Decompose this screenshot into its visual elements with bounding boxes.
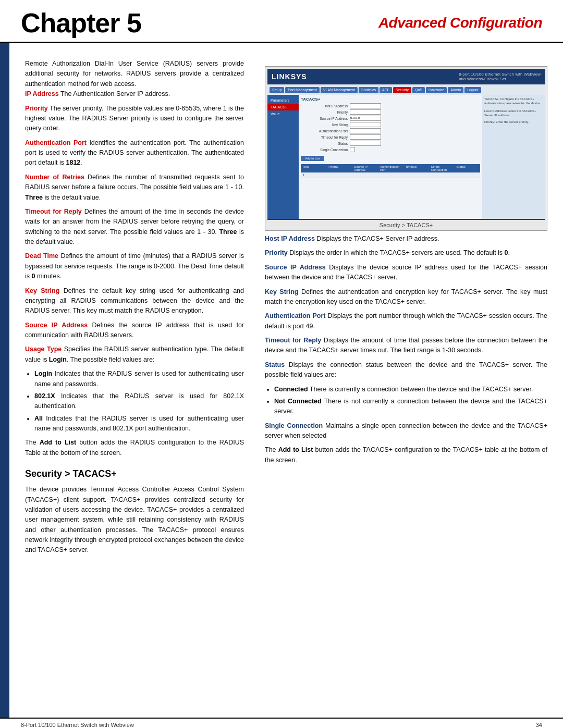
timeout-reply-term: Timeout for Reply bbox=[25, 208, 82, 215]
sim-row-authport: Authentication Port bbox=[301, 128, 480, 133]
num-retries-default: Three bbox=[25, 194, 43, 201]
sim-col-priority: Priority bbox=[328, 165, 350, 171]
sim-tab-logout[interactable]: Logout bbox=[464, 87, 481, 93]
usage-type-para: Usage Type Specifies the RADIUS server a… bbox=[25, 344, 244, 365]
num-retries-term: Number of Retries bbox=[25, 174, 84, 181]
footer-left: 8-Port 10/100 Ethernet Switch with Webvi… bbox=[21, 722, 134, 728]
usage-type-term: Usage Type bbox=[25, 346, 62, 353]
page-body: Remote Authorization Dial-In User Servic… bbox=[0, 43, 563, 728]
host-ip-term: Host IP Address bbox=[265, 235, 315, 242]
priority-para: Priority The server priority. The possib… bbox=[25, 104, 244, 134]
sim-input-status[interactable] bbox=[350, 141, 381, 146]
sim-menu-value[interactable]: Value bbox=[267, 110, 299, 117]
sim-tab-admin[interactable]: Admin bbox=[448, 87, 463, 93]
sim-main-content: TACACS+ Host IP Address Priority Source … bbox=[299, 95, 482, 219]
security-tacacs-heading: Security > TACACS+ bbox=[25, 468, 244, 479]
r-source-ip-para: Source IP Address Displays the device so… bbox=[265, 263, 547, 283]
r-add-to-list-text: The Add to List button adds the TACACS+ … bbox=[265, 445, 547, 465]
sim-nav: Setup Port Management VLAN Management St… bbox=[267, 84, 545, 95]
r-timeout-para: Timeout for Reply Displays the amount of… bbox=[265, 336, 547, 356]
sim-input-sourceip[interactable]: 0.0.0.0 bbox=[350, 116, 381, 121]
sim-menu-parameters[interactable]: Parameters bbox=[267, 97, 299, 104]
sim-input-timeout[interactable] bbox=[350, 134, 381, 140]
sim-col-single: Single Connection bbox=[431, 165, 452, 171]
auth-port-term: Authentication Port bbox=[25, 139, 87, 146]
sim-tab-stats[interactable]: Statistics bbox=[359, 87, 378, 93]
r-priority-term: Priority bbox=[265, 249, 288, 256]
sim-tab-security[interactable]: Security bbox=[393, 87, 411, 93]
sim-label-priority: Priority bbox=[301, 110, 348, 114]
sim-label-timeout: Timeout for Reply bbox=[301, 135, 348, 139]
r-status-para: Status Displays the connection status be… bbox=[265, 360, 547, 380]
sim-menu-tacacs[interactable]: TACACS+ bbox=[267, 104, 299, 110]
sim-input-single[interactable] bbox=[350, 147, 355, 152]
dead-time-term: Dead Time bbox=[25, 252, 58, 260]
page-footer: 8-Port 10/100 Ethernet Switch with Webvi… bbox=[0, 718, 563, 728]
r-single-term: Single Connection bbox=[265, 422, 323, 429]
screenshot-caption: Security > TACACS+ bbox=[267, 222, 545, 228]
bullet-not-connected: Not Connected There is not currently a c… bbox=[274, 397, 547, 417]
sim-tab-port[interactable]: Port Management bbox=[285, 87, 320, 93]
sim-content: Parameters TACACS+ Value TACACS+ Host IP… bbox=[267, 95, 545, 219]
key-string-term: Key String bbox=[25, 287, 59, 294]
screenshot-container: LINKSYS 8-port 10/100 Ethernet Switch wi… bbox=[265, 66, 547, 231]
r-single-para: Single Connection Maintains a single ope… bbox=[265, 421, 547, 441]
sim-tab-hardware[interactable]: Hardware bbox=[426, 87, 447, 93]
add-to-list-text: The Add to List button adds the RADIUS c… bbox=[25, 438, 244, 458]
r-priority-def: Displays the order in which the TACACS+ … bbox=[289, 249, 504, 256]
r-key-string-para: Key String Defines the authentication an… bbox=[265, 287, 547, 307]
sim-input-authport[interactable] bbox=[350, 128, 381, 133]
tacacs-intro: The device provides Terminal Access Cont… bbox=[25, 485, 244, 556]
ip-address-def: The Authentication Server IP address. bbox=[60, 90, 170, 97]
sim-col-auth: Authentication Port bbox=[380, 165, 401, 171]
dead-time-para: Dead Time Defines the amount of time (mi… bbox=[25, 251, 244, 281]
priority-term: Priority bbox=[25, 105, 48, 112]
host-ip-para: Host IP Address Displays the TACACS+ Ser… bbox=[265, 234, 547, 244]
sim-label-keystring: Key String bbox=[301, 123, 348, 127]
sim-row-timeout: Timeout for Reply bbox=[301, 134, 480, 140]
sim-add-to-list-button[interactable]: Add to List bbox=[301, 156, 324, 161]
sim-col-source: Source IP Address bbox=[354, 165, 375, 171]
sim-input-priority[interactable] bbox=[350, 109, 381, 115]
timeout-reply-default: Three bbox=[219, 228, 237, 236]
sim-row-single: Single Connection bbox=[301, 147, 480, 152]
sim-tab-qos[interactable]: QoS bbox=[412, 87, 425, 93]
bullet-all: All Indicates that the RADIUS server is … bbox=[34, 414, 244, 434]
source-ip-para: Source IP Address Defines the source IP … bbox=[25, 320, 244, 341]
sim-row-status: Status bbox=[301, 141, 480, 146]
sim-row-priority: Priority bbox=[301, 109, 480, 115]
r-priority-para: Priority Displays the order in which the… bbox=[265, 248, 547, 258]
right-column: LINKSYS 8-port 10/100 Ethernet Switch wi… bbox=[260, 59, 563, 715]
r-timeout-term: Timeout for Reply bbox=[265, 337, 321, 344]
content-area: Remote Authorization Dial-In User Servic… bbox=[9, 43, 563, 728]
ip-address-term: IP Address bbox=[25, 90, 59, 97]
sim-tab-setup[interactable]: Setup bbox=[270, 87, 284, 93]
sim-row-sourceip: Source IP Address 0.0.0.0 bbox=[301, 116, 480, 121]
sim-tab-acl[interactable]: ACL bbox=[380, 87, 392, 93]
key-string-para: Key String Defines the default key strin… bbox=[25, 286, 244, 316]
sim-input-keystring[interactable] bbox=[350, 122, 381, 127]
usage-type-bullets: Login Indicates that the RADIUS server i… bbox=[34, 369, 244, 434]
r-key-string-def: Defines the authentication and encryptio… bbox=[265, 288, 547, 305]
r-status-def: Displays the connection status between t… bbox=[265, 361, 547, 378]
priority-def: The server priority. The possible values… bbox=[25, 105, 244, 132]
chapter-title: Chapter 5 bbox=[21, 9, 141, 36]
bullet-8021x: 802.1X Indicates that the RADIUS server … bbox=[34, 391, 244, 412]
sim-col-status: Status bbox=[457, 165, 478, 171]
accent-bar bbox=[0, 43, 9, 728]
sim-label-single: Single Connection bbox=[301, 148, 348, 152]
ip-address-para: IP Address The Authentication Server IP … bbox=[25, 89, 244, 99]
sim-input-host[interactable] bbox=[350, 103, 381, 108]
footer-page: 34 bbox=[536, 722, 542, 728]
sim-col-row: Row bbox=[303, 165, 324, 171]
r-auth-port-para: Authentication Port Displays the port nu… bbox=[265, 311, 547, 331]
timeout-reply-para: Timeout for Reply Defines the amount of … bbox=[25, 207, 244, 248]
host-ip-def: Displays the TACACS+ Server IP address. bbox=[316, 235, 439, 242]
auth-port-default: 1812 bbox=[66, 159, 81, 166]
r-status-term: Status bbox=[265, 361, 285, 368]
sim-tab-vlan[interactable]: VLAN Management bbox=[321, 87, 358, 93]
sim-section-title: TACACS+ bbox=[301, 97, 480, 102]
r-key-string-term: Key String bbox=[265, 288, 298, 295]
sim-label-sourceip: Source IP Address bbox=[301, 117, 348, 120]
sim-footer-bar: Save Settings Cancel Changes bbox=[267, 219, 545, 220]
